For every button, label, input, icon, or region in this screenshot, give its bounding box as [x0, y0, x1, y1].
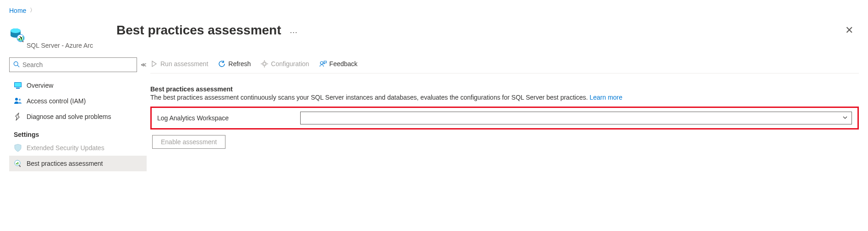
svg-line-10	[17, 65, 19, 67]
sidebar: ≪ Overview Access control (IAM) Diagnose…	[0, 57, 150, 231]
sidebar-item-label: Access control (IAM)	[27, 97, 86, 105]
svg-point-1	[11, 28, 21, 33]
refresh-button[interactable]: Refresh	[218, 59, 251, 68]
workspace-selector-row: Log Analytics Workspace	[150, 107, 859, 130]
refresh-icon	[218, 60, 225, 68]
gear-icon	[261, 60, 268, 68]
access-control-icon	[14, 97, 22, 105]
chevron-down-icon	[842, 115, 848, 121]
toolbar-label: Refresh	[228, 60, 251, 68]
section-description: The best practices assessment continuous…	[150, 94, 859, 101]
diagnose-icon	[14, 113, 22, 121]
learn-more-link[interactable]: Learn more	[589, 94, 622, 101]
toolbar-label: Configuration	[271, 60, 309, 68]
sql-arc-resource-icon	[9, 27, 25, 43]
play-icon	[150, 60, 158, 68]
svg-rect-19	[19, 165, 21, 167]
svg-rect-22	[264, 60, 265, 62]
run-assessment-button[interactable]: Run assessment	[150, 59, 208, 68]
shield-icon	[14, 144, 22, 152]
configuration-button[interactable]: Configuration	[261, 59, 309, 68]
sidebar-item-label: Diagnose and solve problems	[27, 113, 111, 120]
svg-point-15	[19, 99, 21, 101]
main-content: Run assessment Refresh Configuration	[150, 57, 868, 231]
svg-rect-13	[16, 88, 20, 89]
svg-rect-25	[267, 63, 268, 64]
sidebar-item-access-control[interactable]: Access control (IAM)	[9, 93, 147, 109]
svg-point-21	[264, 63, 265, 65]
overview-icon	[14, 81, 22, 90]
sidebar-item-overview[interactable]: Overview	[9, 78, 147, 93]
feedback-icon	[319, 60, 327, 68]
svg-point-9	[14, 62, 18, 66]
sidebar-item-label: Best practices assessment	[27, 160, 103, 167]
search-input-wrapper[interactable]	[9, 57, 137, 72]
enable-assessment-button[interactable]: Enable assessment	[152, 135, 225, 149]
toolbar-label: Run assessment	[160, 60, 208, 68]
assessment-icon	[14, 159, 22, 168]
sidebar-heading-settings: Settings	[9, 124, 147, 140]
breadcrumb-home[interactable]: Home	[9, 7, 26, 14]
search-icon	[13, 61, 20, 69]
svg-point-26	[320, 62, 323, 64]
workspace-dropdown[interactable]	[300, 112, 852, 124]
svg-rect-23	[264, 66, 265, 68]
svg-rect-17	[16, 163, 17, 164]
more-dots-icon[interactable]: …	[290, 26, 299, 35]
chevron-right-icon: 〉	[30, 6, 35, 14]
svg-point-14	[15, 98, 18, 101]
feedback-button[interactable]: Feedback	[319, 59, 357, 68]
sidebar-item-label: Extended Security Updates	[27, 144, 104, 152]
sidebar-item-best-practices[interactable]: Best practices assessment	[9, 156, 147, 171]
search-input[interactable]	[22, 61, 133, 68]
section-title: Best practices assessment	[150, 85, 859, 93]
page-title: Best practices assessment	[116, 23, 281, 38]
sidebar-item-extended-security[interactable]: Extended Security Updates	[9, 140, 147, 156]
toolbar-label: Feedback	[330, 60, 357, 68]
workspace-field-label: Log Analytics Workspace	[157, 114, 295, 122]
svg-rect-24	[261, 63, 262, 64]
breadcrumb: Home 〉	[0, 0, 868, 18]
close-icon[interactable]: ✕	[840, 23, 859, 38]
collapse-sidebar-icon[interactable]: ≪	[141, 62, 147, 68]
svg-rect-12	[15, 83, 21, 87]
resource-subtitle: SQL Server - Azure Arc	[0, 42, 868, 49]
toolbar: Run assessment Refresh Configuration	[150, 57, 859, 73]
svg-rect-18	[17, 162, 18, 164]
sidebar-item-diagnose[interactable]: Diagnose and solve problems	[9, 109, 147, 124]
sidebar-item-label: Overview	[27, 82, 53, 89]
